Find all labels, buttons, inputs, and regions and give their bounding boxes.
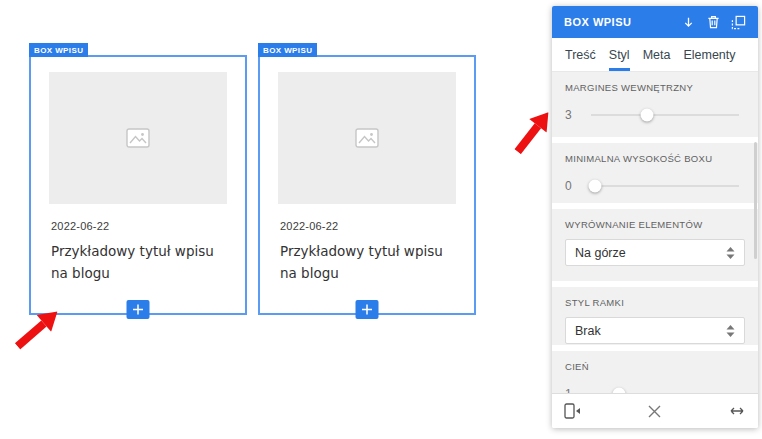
item-options-panel: BOX WPISU Treść Styl Meta [552,6,758,428]
panel-header: BOX WPISU [552,6,758,38]
select-arrows-icon [726,325,735,337]
panel-body: MARGINES WEWNĘTRZNY 3 MINIMALNA WYSOKOŚĆ… [552,72,758,393]
setting-label: WYRÓWNANIE ELEMENTÓW [565,219,745,230]
image-icon [355,128,379,148]
setting-wyrownanie-elementow: WYRÓWNANIE ELEMENTÓW Na górze [552,209,758,281]
post-date: 2022-06-22 [280,220,454,232]
add-item-button[interactable] [127,300,150,319]
post-box-card-1[interactable]: BOX WPISU 2022-06-22 Przykładowy tytuł w… [29,55,247,315]
plus-icon [133,304,144,315]
resize-horizontal-icon[interactable] [728,406,746,416]
box-wpisu-tag[interactable]: BOX WPISU [29,43,88,57]
duplicate-icon[interactable] [730,14,746,30]
slider-handle[interactable] [641,109,654,122]
setting-label: STYL RAMKI [565,297,745,308]
image-icon [126,128,150,148]
red-arrow-annotation-2 [509,106,557,159]
post-box-card-2[interactable]: BOX WPISU 2022-06-22 Przykładowy tytuł w… [258,55,476,315]
post-title: Przykładowy tytuł wpisu na blogu [280,241,454,284]
padding-slider[interactable] [591,114,739,116]
scrollbar-thumb[interactable] [754,142,757,259]
setting-margines-wewnetrzny: MARGINES WEWNĘTRZNY 3 [552,72,758,137]
slider-handle[interactable] [589,180,602,193]
trash-icon[interactable] [705,14,721,30]
builder-canvas: BOX WPISU 2022-06-22 Przykładowy tytuł w… [0,0,762,439]
setting-styl-ramki: STYL RAMKI Brak [552,287,758,345]
close-icon[interactable] [648,405,661,418]
panel-title: BOX WPISU [564,16,671,28]
tab-tresc[interactable]: Treść [565,38,596,71]
setting-minimalna-wysokosc: MINIMALNA WYSOKOŚĆ BOXU 0 [552,143,758,203]
tab-meta[interactable]: Meta [643,38,671,71]
slider-value: 3 [565,108,591,122]
arrow-down-icon[interactable] [680,14,696,30]
setting-cien: CIEŃ 1 [552,351,758,393]
setting-label: MARGINES WEWNĘTRZNY [565,82,745,93]
slider-value: 0 [565,179,591,193]
tab-styl[interactable]: Styl [609,38,630,71]
tab-bar: Treść Styl Meta Elementy [552,38,758,72]
panel-footer [552,393,758,428]
image-placeholder [49,72,227,204]
post-title: Przykładowy tytuł wpisu na blogu [51,241,225,284]
select-value: Brak [575,324,726,338]
box-wpisu-tag[interactable]: BOX WPISU [258,43,317,57]
post-date: 2022-06-22 [51,220,225,232]
tab-elementy[interactable]: Elementy [683,38,735,71]
alignment-select[interactable]: Na górze [565,239,745,266]
min-height-slider[interactable] [591,185,739,187]
mobile-preview-icon[interactable] [564,403,581,419]
setting-label: CIEŃ [565,361,745,372]
plus-icon [362,304,373,315]
setting-label: MINIMALNA WYSOKOŚĆ BOXU [565,153,745,164]
select-value: Na górze [575,246,726,260]
add-item-button[interactable] [356,300,379,319]
border-style-select[interactable]: Brak [565,317,745,344]
select-arrows-icon [726,247,735,259]
image-placeholder [278,72,456,204]
